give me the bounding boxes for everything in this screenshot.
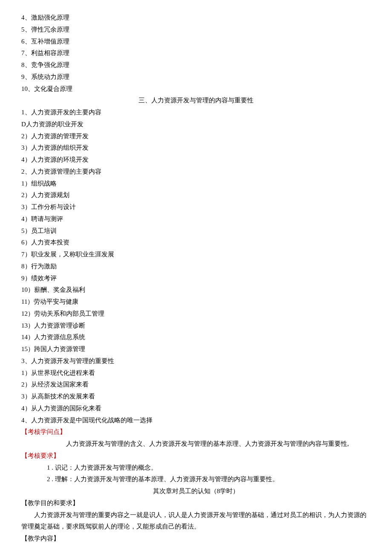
list-item: 6、互补增值原理 xyxy=(21,36,371,48)
document-page: 4、激励强化原理 5、弹性冗余原理 6、互补增值原理 7、利益相容原理 8、竞争… xyxy=(0,0,392,555)
teaching-content-label: 【教学内容】 xyxy=(21,533,371,545)
list-item: 4、激励强化原理 xyxy=(21,12,371,24)
list-item: 11）劳动平安与健康 xyxy=(21,296,371,308)
list-item: 10、文化凝合原理 xyxy=(21,83,371,95)
assessment-points-label: 【考核学问点】 xyxy=(21,426,371,438)
list-item: 10）薪酬、奖金及福利 xyxy=(21,284,371,296)
list-item: 5、弹性冗余原理 xyxy=(21,24,371,36)
list-item: 2 . 理解：人力资源开发与管理的基本原理、人力资源开发与管理的内容与重要性。 xyxy=(21,474,371,485)
list-item: 12）劳动关系和内部员工管理 xyxy=(21,308,371,320)
list-item: 2、人力资源管理的主要内容 xyxy=(21,166,371,178)
list-item: 4）聘请与测评 xyxy=(21,213,371,225)
list-item: D人力资源的职业开发 xyxy=(21,119,371,131)
teaching-goal-label: 【教学目的和要求】 xyxy=(21,497,371,509)
list-item: 8）行为激励 xyxy=(21,261,371,273)
list-item: 13）人力资源管理诊断 xyxy=(21,320,371,332)
list-item: 8、竞争强化原理 xyxy=(21,59,371,71)
teaching-goal-text: 人力资源开发与管理的重要内容之一就是识人，识人是人力资源开发与管理的基础，通过对… xyxy=(21,509,371,533)
list-item: 4）人力资源的环境开发 xyxy=(21,154,371,166)
list-item: 15）跨国人力资源管理 xyxy=(21,343,371,355)
list-item: 9、系统动力原理 xyxy=(21,71,371,83)
list-item: 5）员工培训 xyxy=(21,225,371,237)
assessment-points-text: 人力资源开发与管理的含义、人力资源开发与管理的基本原理、人力资源开发与管理的内容… xyxy=(21,438,371,450)
list-item: 1、人力资源开发的主要内容 xyxy=(21,107,371,119)
list-item: 4）从人力资源的国际化来看 xyxy=(21,403,371,415)
chapter-heading: 其次章对员工的认知（8学时） xyxy=(21,485,371,497)
list-item: 2）人力资源的管理开发 xyxy=(21,131,371,142)
section-heading: 三、人力资源开发与管理的内容与重要性 xyxy=(21,95,371,107)
list-item: 2）从经济发达国家来看 xyxy=(21,379,371,391)
list-item: 3）工作分析与设计 xyxy=(21,201,371,213)
list-item: 4、人力资源开发是中国现代化战略的唯一选择 xyxy=(21,415,371,427)
list-item: 2）人力资源规划 xyxy=(21,189,371,201)
list-item: 9）绩效考评 xyxy=(21,273,371,285)
list-item: 1）从世界现代化进程来看 xyxy=(21,367,371,379)
list-item: 3、人力资源开发与管理的重要性 xyxy=(21,355,371,367)
list-item: 3）人力资源的组织开发 xyxy=(21,142,371,154)
list-item: 3）从高新技术的发展来看 xyxy=(21,391,371,403)
list-item: 1 . 识记：人力资源开发与管理的概念。 xyxy=(21,462,371,474)
list-item: 7）职业发展，又称职业生涯发展 xyxy=(21,249,371,261)
list-item: 1）组织战略 xyxy=(21,178,371,190)
list-item: 6）人力资本投资 xyxy=(21,237,371,249)
assessment-requirements-label: 【考核要求】 xyxy=(21,450,371,462)
list-item: 7、利益相容原理 xyxy=(21,47,371,59)
list-item: 14）人力资源信息系统 xyxy=(21,331,371,343)
